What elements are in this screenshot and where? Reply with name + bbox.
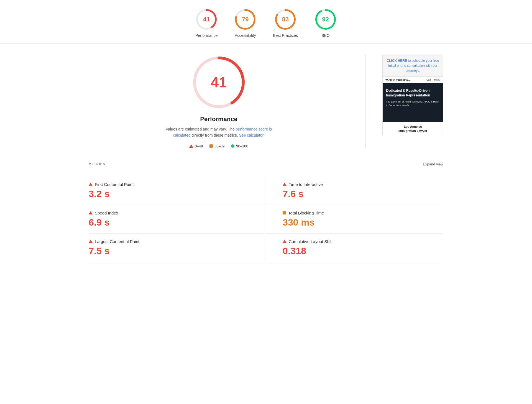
expand-view-button[interactable]: Expand view <box>423 162 443 166</box>
score-item-seo: 92 SEO <box>314 8 337 38</box>
metric-name-si: Speed Index <box>95 211 118 215</box>
site-preview-footer: Los Angeles Immigration Lawyer <box>383 122 443 136</box>
left-panel: 41 Performance Values are estimated and … <box>89 55 349 148</box>
square-icon <box>209 144 213 148</box>
metric-name-cls: Cumulative Layout Shift <box>289 239 332 244</box>
footer-line2: Immigration Lawyer <box>385 129 440 133</box>
score-number-seo: 92 <box>322 16 329 23</box>
triangle-icon <box>283 240 287 243</box>
metric-value-cls: 0.318 <box>283 246 435 256</box>
legend-item-red: 0–49 <box>189 144 203 148</box>
triangle-icon <box>283 183 287 186</box>
footer-line1: Los Angeles <box>385 125 440 129</box>
performance-description: Values are estimated and may vary. The p… <box>161 126 277 139</box>
score-item-accessibility: 79 Accessibility <box>234 8 256 38</box>
metric-header-tti: Time to Interactive <box>283 182 435 187</box>
square-icon <box>283 211 286 214</box>
desc-text: Values are estimated and may vary. The <box>166 127 236 131</box>
metrics-header: METRICS Expand view <box>89 159 443 171</box>
metric-header-cls: Cumulative Layout Shift <box>283 239 435 244</box>
nav-call: Call <box>426 78 431 81</box>
big-score-circle: 41 <box>191 55 247 110</box>
metric-item-tti: Time to Interactive 7.6 s <box>266 177 443 205</box>
metric-name-lcp: Largest Contentful Paint <box>95 239 139 244</box>
metric-name-tti: Time to Interactive <box>289 182 323 187</box>
metrics-section-label: METRICS <box>89 162 105 166</box>
score-number-best-practices: 83 <box>282 16 289 23</box>
metric-value-tti: 7.6 s <box>283 188 435 199</box>
metric-header-lcp: Largest Contentful Paint <box>89 239 249 244</box>
metric-value-tbt: 330 ms <box>283 217 435 228</box>
triangle-icon <box>89 211 93 214</box>
metric-item-cls: Cumulative Layout Shift 0.318 <box>266 234 443 262</box>
performance-title: Performance <box>200 116 237 123</box>
score-legend: 0–49 50–89 90–100 <box>189 144 248 148</box>
metric-header-fcp: First Contentful Paint <box>89 182 249 187</box>
score-number-performance: 41 <box>203 16 210 23</box>
metric-item-lcp: Largest Contentful Paint 7.5 s <box>89 234 266 262</box>
metric-item-tbt: Total Blocking Time 330 ms <box>266 205 443 234</box>
big-score-number: 41 <box>211 74 227 91</box>
hero-title: Dedicated & Results-Driven Immigration R… <box>386 88 440 98</box>
click-here-text: CLICK HERE <box>387 59 407 63</box>
score-circle-seo: 92 <box>314 8 337 30</box>
desc-end: . <box>264 133 265 137</box>
metrics-grid: First Contentful Paint 3.2 s Time to Int… <box>89 177 443 262</box>
site-logo: W Anish Vashistha ... <box>385 78 410 81</box>
score-label-performance: Performance <box>195 33 218 38</box>
nav-menu: Menu <box>434 78 440 81</box>
site-preview-nav: W Anish Vashistha ... Call Menu <box>383 77 443 83</box>
triangle-icon <box>89 183 93 186</box>
metric-value-lcp: 7.5 s <box>89 246 249 256</box>
site-preview-panel: CLICK HERE to schedule your free initial… <box>382 55 443 148</box>
top-scores-bar: 41 Performance 79 Accessibility 83 Best … <box>0 0 532 44</box>
metric-item-si: Speed Index 6.9 s <box>89 205 266 234</box>
score-number-accessibility: 79 <box>242 16 249 23</box>
hero-desc: The Law Firm of Anish Vashistha, APLC is… <box>386 100 440 108</box>
metrics-section: METRICS Expand view First Contentful Pai… <box>72 159 460 273</box>
score-circle-performance: 41 <box>195 8 218 30</box>
metric-value-fcp: 3.2 s <box>89 188 249 199</box>
triangle-icon <box>189 144 193 148</box>
desc-mid: directly from these metrics. <box>191 133 239 137</box>
legend-orange-range: 50–89 <box>214 144 224 148</box>
main-content: 41 Performance Values are estimated and … <box>72 44 460 159</box>
legend-red-range: 0–49 <box>195 144 203 148</box>
metric-header-tbt: Total Blocking Time <box>283 211 435 215</box>
nav-items: Call Menu <box>426 78 440 81</box>
score-label-best-practices: Best Practices <box>273 33 298 38</box>
score-label-accessibility: Accessibility <box>235 33 256 38</box>
score-item-best-practices: 83 Best Practices <box>273 8 298 38</box>
legend-item-orange: 50–89 <box>209 144 224 148</box>
metric-name-fcp: First Contentful Paint <box>95 182 134 187</box>
circle-icon <box>231 144 234 148</box>
score-circle-accessibility: 79 <box>234 8 256 30</box>
score-item-performance: 41 Performance <box>195 8 218 38</box>
vertical-divider <box>365 55 366 148</box>
triangle-icon <box>89 240 93 243</box>
site-preview-header: CLICK HERE to schedule your free initial… <box>383 55 443 77</box>
metric-name-tbt: Total Blocking Time <box>288 211 324 215</box>
site-preview-screen: W Anish Vashistha ... Call Menu Dedicate… <box>383 77 443 122</box>
site-preview: CLICK HERE to schedule your free initial… <box>382 55 443 136</box>
site-preview-hero: Dedicated & Results-Driven Immigration R… <box>383 83 443 122</box>
legend-item-green: 90–100 <box>231 144 248 148</box>
calculator-link[interactable]: See calculator <box>239 133 264 137</box>
metric-value-si: 6.9 s <box>89 217 249 228</box>
metric-item-fcp: First Contentful Paint 3.2 s <box>89 177 266 205</box>
metric-header-si: Speed Index <box>89 211 249 215</box>
score-circle-best-practices: 83 <box>274 8 296 30</box>
legend-green-range: 90–100 <box>236 144 248 148</box>
score-label-seo: SEO <box>321 33 330 38</box>
